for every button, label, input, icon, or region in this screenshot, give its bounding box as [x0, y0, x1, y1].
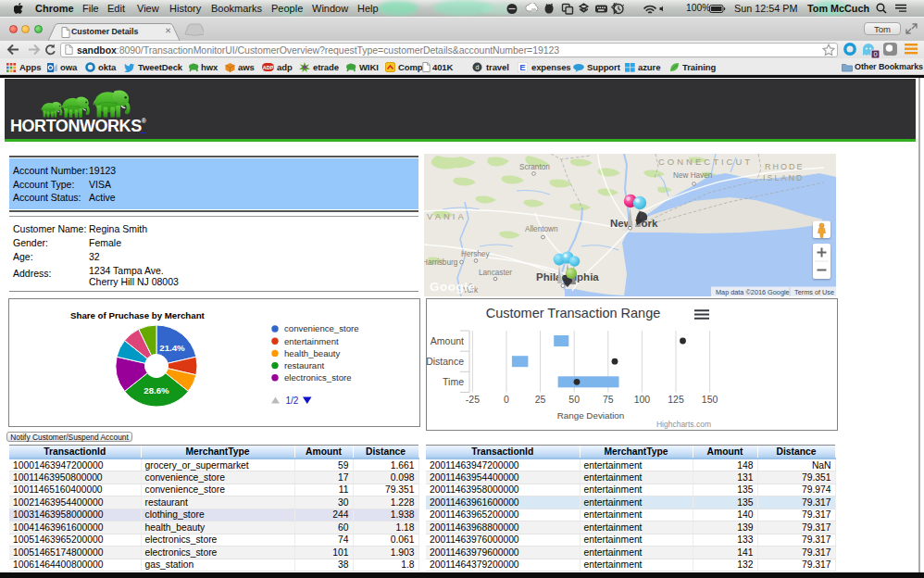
svg-text:New Haven: New Haven — [673, 171, 713, 180]
svg-text:electronics_store: electronics_store — [284, 372, 352, 383]
svg-text:100: 100 — [634, 394, 651, 405]
svg-text:Scranton: Scranton — [519, 163, 550, 171]
svg-text:50: 50 — [568, 394, 580, 405]
svg-text:0: 0 — [873, 50, 877, 58]
svg-text:75: 75 — [603, 394, 614, 405]
svg-text:restaurant: restaurant — [284, 360, 325, 371]
svg-text:health_beauty: health_beauty — [284, 348, 340, 358]
svg-text:Time: Time — [443, 376, 464, 387]
svg-text:RHODE: RHODE — [765, 162, 805, 171]
svg-text:convenience_store: convenience_store — [284, 323, 359, 333]
svg-text:Allentown: Allentown — [525, 225, 558, 233]
svg-text:CONNECTICUT: CONNECTICUT — [658, 157, 753, 167]
svg-text:Hershey: Hershey — [461, 250, 490, 258]
svg-text:-25: -25 — [466, 394, 480, 405]
svg-text:0: 0 — [504, 394, 509, 405]
svg-text:Range Deviation: Range Deviation — [557, 410, 624, 421]
svg-text:125: 125 — [668, 394, 684, 405]
svg-text:28.6%: 28.6% — [144, 385, 169, 396]
svg-text:d: d — [476, 64, 480, 70]
svg-text:Highcharts.com: Highcharts.com — [656, 420, 711, 429]
svg-text:E: E — [519, 62, 525, 72]
svg-text:VANIA: VANIA — [427, 211, 467, 221]
svg-text:Google: Google — [430, 280, 476, 294]
svg-text:ADP: ADP — [263, 65, 274, 70]
svg-text:25: 25 — [535, 394, 546, 405]
svg-text:Map data ©2016 Google: Map data ©2016 Google — [716, 288, 790, 296]
svg-text:150: 150 — [702, 394, 718, 405]
svg-text:1/2: 1/2 — [286, 396, 299, 406]
svg-text:entertainment: entertainment — [284, 336, 339, 346]
svg-text:New York: New York — [610, 218, 658, 229]
svg-text:21.4%: 21.4% — [159, 343, 185, 353]
svg-text:Harrisburg: Harrisburg — [424, 258, 458, 267]
svg-text:ISLAND: ISLAND — [763, 173, 805, 182]
svg-text:Amount: Amount — [431, 335, 464, 346]
svg-text:Lancaster: Lancaster — [479, 269, 512, 277]
svg-text:Terms of Use: Terms of Use — [794, 288, 834, 296]
svg-text:Distance: Distance — [427, 356, 464, 367]
